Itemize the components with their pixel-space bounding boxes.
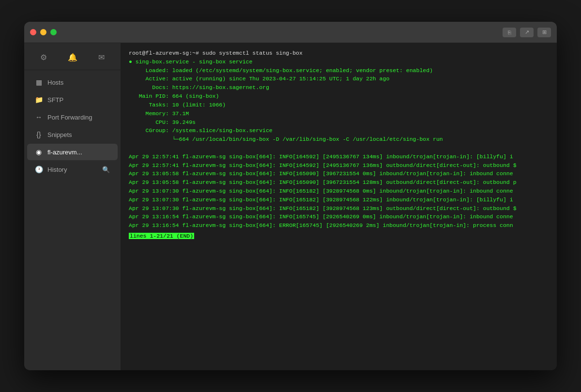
minimize-button[interactable]	[40, 29, 46, 35]
sidebar-item-fl-azurevm-label: fl-azurevm...	[47, 149, 82, 156]
terminal-line-20: Apr 29 13:16:54 fl-azurevm-sg sing-box[6…	[129, 221, 549, 230]
sidebar-item-hosts[interactable]: ▦ Hosts	[27, 74, 118, 90]
terminal-line-4: Docs: https://sing-box.sagernet.org	[129, 83, 549, 92]
main-layout: ⚙ 🔔 ✉ ▦ Hosts 📁 SFTP ↔ Port Forwarding {…	[24, 43, 557, 370]
terminal-line-14: Apr 29 13:05:58 fl-azurevm-sg sing-box[6…	[129, 169, 549, 178]
settings-icon[interactable]: ⚙	[38, 51, 49, 64]
sidebar-item-snippets[interactable]: {} Snippets	[27, 126, 118, 143]
active-session-icon: ◉	[35, 148, 43, 156]
terminal-status-line: lines 1-21/21 (END)	[129, 232, 549, 241]
history-search-icon[interactable]: 🔍	[102, 166, 110, 173]
terminal-line-6: Tasks: 10 (limit: 1066)	[129, 101, 549, 109]
sidebar-item-port-forwarding-label: Port Forwarding	[47, 114, 92, 121]
sidebar-item-sftp-label: SFTP	[47, 96, 63, 104]
terminal-line-12: Apr 29 12:57:41 fl-azurevm-sg sing-box[6…	[129, 152, 549, 161]
terminal-line-blank	[129, 144, 549, 152]
terminal-line-5: Main PID: 664 (sing-box)	[129, 92, 549, 101]
terminal-line-0: root@fl-azurevm-sg:~# sudo systemctl sta…	[129, 49, 549, 58]
terminal-window: ⎘ ↗ ⊞ ⚙ 🔔 ✉ ▦ Hosts 📁 SFTP ↔ Port Forwar	[24, 22, 557, 370]
layout-button[interactable]: ⊞	[537, 28, 551, 37]
terminal-line-17: Apr 29 13:07:30 fl-azurevm-sg sing-box[6…	[129, 196, 549, 204]
close-button[interactable]	[30, 29, 36, 35]
notification-icon[interactable]: 🔔	[66, 51, 79, 64]
snippets-icon: {}	[35, 131, 43, 138]
sidebar-item-hosts-label: Hosts	[47, 79, 63, 86]
sftp-icon: 📁	[35, 96, 43, 104]
titlebar-actions: ⎘ ↗ ⊞	[503, 28, 551, 37]
sidebar-item-sftp[interactable]: 📁 SFTP	[27, 91, 118, 108]
sidebar-top-icons: ⚙ 🔔 ✉	[24, 47, 121, 70]
sidebar-item-fl-azurevm[interactable]: ◉ fl-azurevm...	[27, 144, 118, 160]
sidebar-item-snippets-label: Snippets	[47, 131, 72, 138]
traffic-lights	[30, 29, 57, 35]
terminal-area: root@fl-azurevm-sg:~# sudo systemctl sta…	[121, 43, 557, 370]
hosts-icon: ▦	[35, 78, 43, 86]
terminal-line-18: Apr 29 13:07:30 fl-azurevm-sg sing-box[6…	[129, 204, 549, 213]
terminal-line-3: Active: active (running) since Thu 2023-…	[129, 75, 549, 83]
share-button[interactable]: ↗	[520, 28, 534, 37]
terminal-line-9: CGroup: /system.slice/sing-box.service	[129, 126, 549, 135]
terminal-line-2: Loaded: loaded (/etc/systemd/system/sing…	[129, 66, 549, 75]
terminal-line-15: Apr 29 13:05:58 fl-azurevm-sg sing-box[6…	[129, 178, 549, 187]
sidebar: ⚙ 🔔 ✉ ▦ Hosts 📁 SFTP ↔ Port Forwarding {…	[24, 43, 121, 370]
terminal-line-7: Memory: 37.1M	[129, 109, 549, 118]
sidebar-item-port-forwarding[interactable]: ↔ Port Forwarding	[27, 109, 118, 125]
history-icon: 🕐	[35, 166, 43, 173]
terminal-content[interactable]: root@fl-azurevm-sg:~# sudo systemctl sta…	[121, 43, 557, 370]
port-forwarding-icon: ↔	[35, 113, 43, 121]
terminal-line-1: ● sing-box.service - sing-box service	[129, 58, 549, 66]
history-left: 🕐 History	[35, 166, 67, 173]
terminal-line-13: Apr 29 12:57:41 fl-azurevm-sg sing-box[6…	[129, 161, 549, 170]
terminal-line-10: └─664 /usr/local/bin/sing-box -D /var/li…	[129, 135, 549, 144]
copy-button[interactable]: ⎘	[503, 28, 516, 37]
sidebar-item-history[interactable]: 🕐 History 🔍	[27, 161, 118, 178]
titlebar: ⎘ ↗ ⊞	[24, 22, 557, 43]
terminal-line-19: Apr 29 13:16:54 fl-azurevm-sg sing-box[6…	[129, 212, 549, 221]
terminal-line-16: Apr 29 13:07:30 fl-azurevm-sg sing-box[6…	[129, 187, 549, 196]
mail-icon[interactable]: ✉	[96, 51, 107, 64]
maximize-button[interactable]	[50, 29, 57, 35]
terminal-line-8: CPU: 39.249s	[129, 118, 549, 127]
status-bar-text: lines 1-21/21 (END)	[129, 233, 194, 239]
history-label: History	[47, 166, 67, 173]
